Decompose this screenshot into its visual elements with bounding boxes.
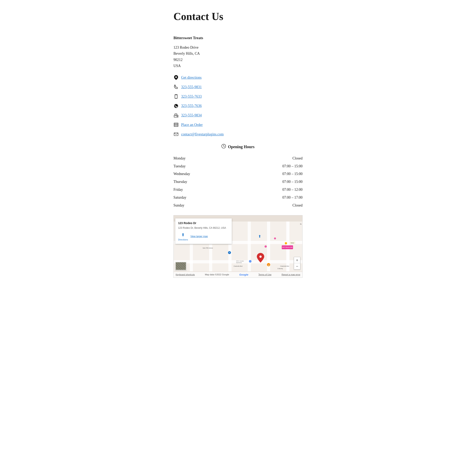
svg-text:SIXTY Beverly Hills: SIXTY Beverly Hills (282, 247, 292, 248)
page-title: Contact Us (173, 8, 303, 25)
whatsapp-link[interactable]: 323-555-7636 (181, 103, 202, 109)
email-row: contact@fivestarplugins.com (173, 131, 303, 137)
terms-of-use-link[interactable]: Terms of Use (258, 273, 272, 276)
phone2-link[interactable]: 323-555-7633 (181, 94, 202, 100)
phone1-row: 323-555-9831 (173, 84, 303, 90)
address-country: USA (173, 63, 303, 69)
hours-row: Thursday07:00 – 15:00 (173, 178, 303, 186)
hours-table: MondayClosedTuesday07:00 – 15:00Wednesda… (173, 154, 303, 209)
directions-arrow-icon: ⬆ (181, 232, 185, 238)
hours-row: MondayClosed (173, 154, 303, 162)
popup-title: 123 Rodeo Dr (178, 221, 229, 225)
mobile-icon (173, 94, 179, 99)
location-icon (173, 75, 179, 80)
popup-address: 123 Rodeo Dr, Beverly Hills, CA 90212, U… (178, 226, 229, 230)
svg-text:S Beverly: S Beverly (277, 268, 283, 270)
zoom-out-button[interactable]: − (294, 263, 300, 269)
svg-line-19 (224, 146, 224, 146)
directions-row: Get directions (173, 75, 303, 81)
svg-rect-26 (270, 222, 286, 241)
hours-day: Thursday (173, 178, 232, 186)
hours-time: Closed (232, 201, 303, 209)
svg-text:P: P (229, 252, 230, 254)
svg-rect-30 (212, 244, 228, 260)
opening-hours-header: Opening Hours (173, 143, 303, 150)
map-popup: 123 Rodeo Dr 123 Rodeo Dr, Beverly Hills… (175, 219, 232, 244)
opening-hours-label: Opening Hours (228, 144, 255, 150)
view-larger-map-link[interactable]: View larger map (190, 235, 208, 238)
clock-icon (221, 143, 226, 150)
svg-point-8 (175, 116, 176, 116)
report-error-link[interactable]: Report a map error (282, 273, 300, 276)
page-container: Contact Us Bittersweet Treats 123 Rodeo … (167, 0, 309, 290)
address-block: 123 Rodeo Drive Beverly Hills, CA 90212 … (173, 44, 303, 69)
phone2-row: 323-555-7633 (173, 94, 303, 100)
phone1-link[interactable]: 323-555-9831 (181, 84, 202, 90)
hours-time: 07:00 – 15:00 (232, 178, 303, 186)
whatsapp-icon (173, 103, 179, 109)
keyboard-shortcuts-link[interactable]: Keyboard shortcuts (176, 273, 195, 276)
zoom-in-button[interactable]: + (294, 257, 300, 263)
hours-time: 07:00 – 15:00 (232, 162, 303, 170)
svg-rect-36 (193, 263, 209, 272)
svg-rect-28 (174, 244, 190, 260)
svg-point-64 (249, 260, 252, 263)
hours-day: Saturday (173, 194, 232, 201)
svg-rect-31 (232, 244, 248, 260)
svg-text:153 S. Camden: 153 S. Camden (236, 260, 244, 262)
hours-time: 07:00 – 15:00 (232, 170, 303, 178)
street-view-image (176, 262, 186, 270)
svg-text:☕: ☕ (268, 264, 270, 266)
map-controls: + − (294, 257, 300, 270)
svg-rect-38 (232, 263, 248, 272)
svg-rect-39 (251, 263, 267, 272)
hours-time: 07:00 – 12:00 (232, 186, 303, 194)
svg-text:N: N (300, 223, 302, 225)
address-line1: 123 Rodeo Drive (173, 44, 303, 51)
svg-text:Charleville Blvd: Charleville Blvd (234, 265, 242, 267)
popup-footer: ⬆ Directions View larger map (178, 232, 229, 242)
map-container: ☕ SIXTY Beverly Hills Spago P Saks Fifth… (173, 215, 303, 278)
google-logo: Google (239, 273, 248, 277)
svg-text:Charleville Blvd: Charleville Blvd (280, 265, 289, 267)
hours-row: Saturday07:00 – 17:00 (173, 194, 303, 201)
order-row: Place an Order (173, 122, 303, 128)
hours-day: Friday (173, 186, 232, 194)
address-line2: Beverly Hills, CA (173, 51, 303, 57)
hours-day: Tuesday (173, 162, 232, 170)
hours-row: Friday07:00 – 12:00 (173, 186, 303, 194)
phone-icon (173, 84, 179, 90)
svg-text:Saks Fifth Avenue: Saks Fifth Avenue (203, 248, 213, 249)
order-link[interactable]: Place an Order (181, 122, 203, 128)
street-view-thumbnail[interactable] (175, 262, 186, 270)
fax-link[interactable]: 323-555-9834 (181, 112, 202, 118)
svg-point-7 (175, 116, 175, 116)
hours-row: Tuesday07:00 – 15:00 (173, 162, 303, 170)
map-data-label: Map data ©2022 Google (205, 273, 229, 276)
fax-row: 323-555-9834 (173, 112, 303, 118)
svg-text:Apartments: Apartments (236, 262, 242, 263)
svg-rect-24 (232, 222, 248, 241)
svg-point-56 (285, 242, 287, 244)
directions-link[interactable]: Get directions (181, 75, 202, 81)
svg-point-58 (274, 238, 276, 240)
email-link[interactable]: contact@fivestarplugins.com (181, 131, 224, 137)
svg-rect-47 (248, 222, 251, 272)
popup-directions-btn[interactable]: ⬆ Directions (178, 232, 188, 242)
svg-text:⬆: ⬆ (258, 234, 261, 238)
svg-point-57 (265, 245, 267, 248)
svg-point-71 (259, 256, 262, 258)
business-name: Bittersweet Treats (173, 35, 303, 41)
hours-day: Monday (173, 154, 232, 162)
address-zip: 90212 (173, 57, 303, 63)
hours-day: Sunday (173, 201, 232, 209)
whatsapp-row: 323-555-7636 (173, 103, 303, 109)
hours-row: Wednesday07:00 – 15:00 (173, 170, 303, 178)
directions-btn-label: Directions (178, 238, 188, 242)
email-icon (173, 132, 179, 137)
fax-icon (173, 113, 179, 118)
svg-point-3 (174, 104, 178, 108)
svg-rect-6 (177, 116, 177, 117)
hours-time: Closed (232, 154, 303, 162)
hours-row: SundayClosed (173, 201, 303, 209)
